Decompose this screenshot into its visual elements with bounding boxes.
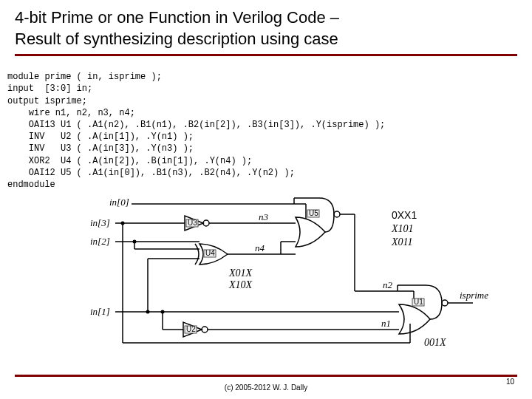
svg-text:U2: U2 xyxy=(186,325,196,333)
schematic-diagram: in[0] in[3] in[2] in[1] U3 n3 U4 xyxy=(89,197,502,359)
footer-divider xyxy=(15,375,517,377)
label-n4: n4 xyxy=(255,242,265,253)
svg-text:U5: U5 xyxy=(309,209,318,217)
gate-u4: U4 xyxy=(195,244,228,265)
title-line-1: 4-bit Prime or one Function in Verilog C… xyxy=(15,8,339,27)
label-n3: n3 xyxy=(259,211,269,222)
label-in3: in[3] xyxy=(90,217,110,228)
gate-u1: U1 xyxy=(398,285,448,334)
svg-point-47 xyxy=(442,300,448,306)
copyright-footer: (c) 2005-2012 W. J. Dally xyxy=(0,383,532,392)
label-n1: n1 xyxy=(381,318,391,329)
label-in1: in[1] xyxy=(90,306,110,317)
svg-text:U1: U1 xyxy=(414,298,423,306)
svg-text:U4: U4 xyxy=(205,249,215,257)
gate-u5: U5 xyxy=(294,198,340,247)
label-n2: n2 xyxy=(383,279,393,290)
annot-x011: X011 xyxy=(391,236,413,248)
gate-u2: U2 xyxy=(183,322,208,337)
annot-001x: 001X xyxy=(424,337,446,348)
slide-title: 4-bit Prime or one Function in Verilog C… xyxy=(15,7,517,50)
gate-u3: U3 xyxy=(185,216,209,231)
title-divider xyxy=(15,54,517,56)
annot-0xx1: 0XX1 xyxy=(392,209,417,221)
page-number: 10 xyxy=(506,378,514,386)
annot-x10x: X10X xyxy=(228,279,253,290)
svg-text:U3: U3 xyxy=(188,219,197,227)
title-line-2: Result of synthesizing description using… xyxy=(15,30,338,48)
annot-x101: X101 xyxy=(391,223,414,234)
label-isprime: isprime xyxy=(460,290,488,301)
annot-x01x: X01X xyxy=(228,267,253,279)
label-in2: in[2] xyxy=(90,236,110,247)
label-in0: in[0] xyxy=(109,197,129,208)
svg-point-23 xyxy=(334,211,340,217)
verilog-code-block: module prime ( in, isprime ); input [3:0… xyxy=(7,71,517,191)
